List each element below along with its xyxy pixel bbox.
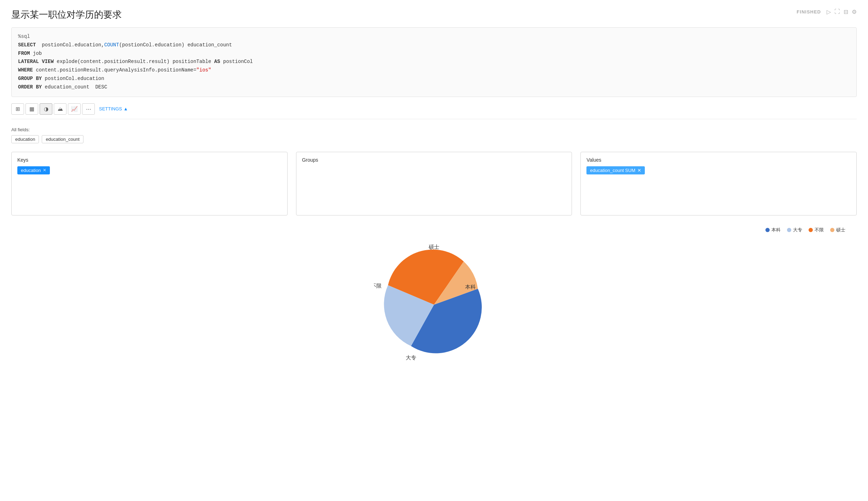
- status-icons: ▷ ⛶ ⊟ ⚙: [827, 8, 857, 15]
- split-icon[interactable]: ⛶: [834, 8, 840, 15]
- line-view-button[interactable]: 📈: [68, 103, 81, 115]
- legend-item-buxian: 不限: [809, 227, 824, 233]
- pie-label-buxian: 不限: [374, 283, 382, 289]
- keys-title: Keys: [17, 157, 282, 163]
- pie-chart-svg: 本科 大专 不限 硕士: [374, 234, 494, 368]
- keys-tag-label: education: [21, 168, 41, 173]
- legend-dot-benke: [765, 228, 770, 232]
- legend-label-dazhuan: 大专: [793, 227, 802, 233]
- fields-section: All fields: education education_count: [11, 127, 857, 143]
- pie-label-benke: 本科: [465, 284, 476, 290]
- run-icon[interactable]: ▷: [827, 8, 831, 15]
- chart-area: 本科 大专 不限 硕士: [11, 227, 857, 354]
- groups-box: Groups: [296, 152, 572, 215]
- chart-legend: 本科 大专 不限 硕士: [765, 227, 845, 233]
- field-tag-education[interactable]: education: [11, 135, 39, 143]
- keys-box: Keys education ✕: [11, 152, 288, 215]
- area-view-button[interactable]: ⛰: [54, 103, 66, 115]
- legend-dot-dazhuan: [787, 228, 791, 232]
- config-row: Keys education ✕ Groups Values education…: [11, 152, 857, 215]
- settings-label: SETTINGS: [99, 106, 122, 111]
- values-box: Values education_count SUM ✕: [580, 152, 857, 215]
- pie-chart-container: 本科 大专 不限 硕士: [374, 234, 494, 354]
- field-tag-education-count[interactable]: education_count: [42, 135, 83, 143]
- legend-label-benke: 本科: [771, 227, 781, 233]
- keys-tag-close[interactable]: ✕: [43, 168, 46, 173]
- values-tag-close[interactable]: ✕: [637, 168, 641, 173]
- values-tag-label: education_count SUM: [590, 168, 635, 173]
- legend-dot-shuoshi: [830, 228, 834, 232]
- bar-view-button[interactable]: ▦: [25, 103, 38, 115]
- status-label: FINISHED: [797, 9, 821, 15]
- keys-tag-education[interactable]: education ✕: [17, 166, 50, 174]
- groups-title: Groups: [302, 157, 566, 163]
- legend-item-shuoshi: 硕士: [830, 227, 845, 233]
- toolbar: ⊞ ▦ ◑ ⛰ 📈 ⋯ SETTINGS ▲: [11, 103, 857, 119]
- pie-label-dazhuan: 大专: [406, 355, 416, 361]
- settings-icon[interactable]: ⚙: [852, 8, 857, 15]
- legend-label-buxian: 不限: [815, 227, 824, 233]
- values-title: Values: [586, 157, 851, 163]
- legend-dot-buxian: [809, 228, 813, 232]
- notes-icon[interactable]: ⊟: [844, 8, 848, 15]
- main-page: 显示某一职位对学历的要求 FINISHED ▷ ⛶ ⊟ ⚙ %sql SELEC…: [0, 0, 868, 501]
- legend-item-benke: 本科: [765, 227, 781, 233]
- values-tag-education-count[interactable]: education_count SUM ✕: [586, 166, 645, 174]
- table-view-button[interactable]: ⊞: [11, 103, 24, 115]
- pie-label-shuoshi: 硕士: [428, 244, 439, 250]
- scatter-view-button[interactable]: ⋯: [82, 103, 95, 115]
- chevron-up-icon: ▲: [123, 106, 128, 111]
- pie-view-button[interactable]: ◑: [40, 103, 52, 115]
- page-title: 显示某一职位对学历的要求: [11, 8, 857, 21]
- code-block: %sql SELECT postionCol.education,COUNT(p…: [11, 27, 857, 97]
- fields-label: All fields:: [11, 127, 857, 132]
- legend-label-shuoshi: 硕士: [836, 227, 845, 233]
- status-bar: FINISHED ▷ ⛶ ⊟ ⚙: [797, 8, 857, 15]
- settings-button[interactable]: SETTINGS ▲: [99, 106, 128, 111]
- fields-tags: education education_count: [11, 135, 857, 143]
- legend-item-dazhuan: 大专: [787, 227, 802, 233]
